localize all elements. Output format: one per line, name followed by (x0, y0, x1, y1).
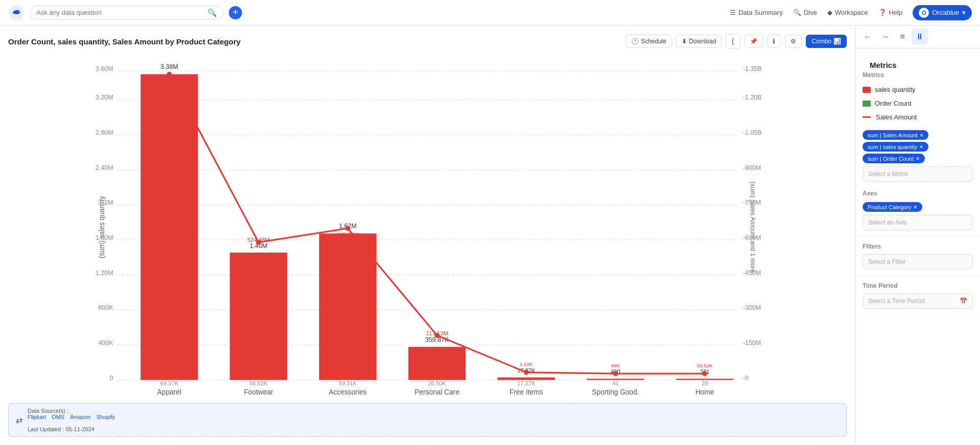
svg-text:-450M: -450M (743, 269, 761, 277)
source-amazon[interactable]: Amazon (70, 414, 90, 420)
add-button[interactable]: + (229, 6, 242, 19)
sales-amount-line-icon (863, 116, 871, 118)
search-input[interactable] (36, 9, 204, 16)
svg-text:-600M: -600M (743, 234, 761, 241)
orcablue-logo (8, 5, 25, 21)
source-oms[interactable]: OMS (52, 414, 64, 420)
dive-icon: 🔍 (793, 9, 801, 16)
svg-text:-900M: -900M (743, 164, 761, 171)
nav-data-summary[interactable]: ☰ Data Summary (730, 9, 783, 16)
remove-product-category[interactable]: × (914, 204, 918, 210)
panel-back-button[interactable]: ← (859, 29, 876, 45)
remove-order-count[interactable]: × (916, 155, 920, 162)
combo-chart-icon: 📊 (833, 38, 841, 45)
metric-tag-order-count[interactable]: sum | Order Count × (863, 154, 925, 163)
chart-title: Order Count, sales quantity, Sales Amoun… (8, 37, 626, 46)
sales-amount-label: Sales Amount (876, 113, 917, 121)
svg-point-64 (345, 226, 350, 231)
select-axis-input[interactable]: Select an Axis (863, 215, 973, 230)
last-updated-label: Last Updated : (28, 426, 64, 432)
svg-text:41: 41 (612, 380, 618, 386)
gear-icon: ⚙ (791, 38, 796, 45)
svg-text:49K: 49K (611, 363, 620, 368)
filters-section: Filters Select a Filter (855, 237, 980, 276)
time-period-label: Time Period (863, 282, 973, 289)
main-layout: Order Count, sales quantity, Sales Amoun… (0, 26, 980, 445)
chevron-down-icon: ▾ (962, 9, 966, 16)
chart-actions: 🕐 Schedule ⬇ Download ⟨ 📌 ℹ ⚙ (626, 34, 847, 49)
pin-icon: 📌 (750, 38, 757, 45)
chart-area: Order Count, sales quantity, Sales Amoun… (0, 26, 855, 445)
info-button[interactable]: ℹ (767, 35, 781, 48)
svg-rect-34 (140, 74, 198, 380)
svg-rect-42 (319, 233, 376, 380)
svg-text:69.37K: 69.37K (160, 380, 179, 386)
select-metric-input[interactable]: Select a Metric (863, 166, 973, 182)
user-label: Orcablue (932, 9, 959, 16)
metric-sales-amount[interactable]: Sales Amount (863, 110, 973, 124)
search-bar[interactable]: 🔍 (30, 6, 224, 20)
axes-label: Axes (863, 190, 973, 197)
svg-text:Accessories: Accessories (329, 388, 367, 396)
bottom-bar: ⇄ Data Source(s) : Flipkart OMS Amazon S… (8, 403, 847, 437)
select-time-period-input[interactable]: Select a Time Period 📅 (863, 293, 973, 309)
panel-pause-button[interactable]: ⏸ (912, 29, 928, 45)
metric-sales-quantity[interactable]: sales quantity (863, 83, 973, 96)
metric-tag-sales-qty[interactable]: sum | sales quantity × (863, 142, 928, 152)
data-sources-section: Data Source(s) : Flipkart OMS Amazon Sho… (28, 408, 115, 432)
data-sources-label: Data Source(s) : (28, 408, 68, 414)
calendar-icon: 📅 (960, 298, 967, 305)
svg-rect-38 (230, 253, 287, 380)
user-menu-button[interactable]: O Orcablue ▾ (913, 5, 972, 20)
axes-tag-product-category[interactable]: Product Category × (863, 202, 922, 212)
settings-button[interactable]: ⚙ (785, 35, 802, 48)
share-icon: ⟨ (731, 37, 734, 46)
svg-text:800K: 800K (99, 304, 114, 311)
source-flipkart[interactable]: Flipkart (28, 414, 46, 420)
svg-text:Footwear: Footwear (244, 388, 274, 396)
filters-label: Filters (863, 243, 973, 250)
svg-text:Apparel: Apparel (157, 388, 181, 396)
source-shopify[interactable]: Shopify (97, 414, 115, 420)
select-filter-input[interactable]: Select a Filter (863, 254, 973, 269)
metric-tag-sales-amount[interactable]: sum | Sales Amount × (863, 130, 928, 140)
svg-text:1.11B: 1.11B (162, 77, 177, 83)
panel-filter-icon-button[interactable]: ≡ (894, 29, 911, 45)
svg-point-66 (523, 370, 529, 375)
svg-point-65 (435, 333, 440, 338)
order-count-label: Order Count (875, 100, 912, 107)
search-icon-button[interactable]: 🔍 (207, 8, 217, 17)
remove-sales-amount[interactable]: × (920, 132, 924, 138)
nav-help[interactable]: ❓ Help (878, 9, 903, 16)
nav-dive[interactable]: 🔍 Dive (793, 9, 817, 16)
chart-wrapper: (sum) sales quantity (sum) Sales Amount … (8, 55, 847, 399)
remove-sales-qty[interactable]: × (919, 143, 923, 150)
schedule-button[interactable]: 🕐 Schedule (626, 35, 672, 48)
panel-tabs: ← → ≡ ⏸ (855, 26, 980, 48)
svg-text:-750M: -750M (743, 199, 761, 206)
svg-text:56.02K: 56.02K (249, 380, 268, 386)
combo-button[interactable]: Combo 📊 (806, 35, 847, 48)
svg-text:-1.05B: -1.05B (743, 129, 762, 136)
chart-header: Order Count, sales quantity, Sales Amoun… (8, 34, 847, 49)
svg-text:1.60M: 1.60M (95, 234, 113, 241)
svg-text:400K: 400K (99, 339, 114, 347)
user-avatar-icon: O (919, 8, 929, 18)
svg-text:(sum) Sales Amount and 1 more: (sum) Sales Amount and 1 more (749, 182, 756, 273)
svg-text:59.31K: 59.31K (339, 380, 357, 386)
metric-order-count[interactable]: Order Count (863, 96, 973, 110)
download-button[interactable]: ⬇ Download (676, 35, 722, 48)
pin-button[interactable]: 📌 (744, 35, 763, 48)
sales-quantity-label: sales quantity (875, 86, 916, 93)
svg-text:Product Category: Product Category (407, 398, 467, 399)
sales-quantity-dot (863, 87, 871, 93)
share-button[interactable]: ⟨ (726, 34, 740, 49)
panel-forward-button[interactable]: → (877, 29, 893, 45)
metrics-label: Metrics (863, 71, 973, 79)
nav-workspace[interactable]: ◆ Workspace (827, 9, 868, 16)
nav-right: ☰ Data Summary 🔍 Dive ◆ Workspace ❓ Help… (730, 5, 972, 20)
metrics-header-section: Metrics Metrics sales quantity Order Cou… (855, 48, 980, 184)
last-updated-value: 05-11-2024 (66, 426, 94, 432)
order-count-dot (863, 101, 871, 107)
info-icon: ℹ (773, 38, 775, 45)
